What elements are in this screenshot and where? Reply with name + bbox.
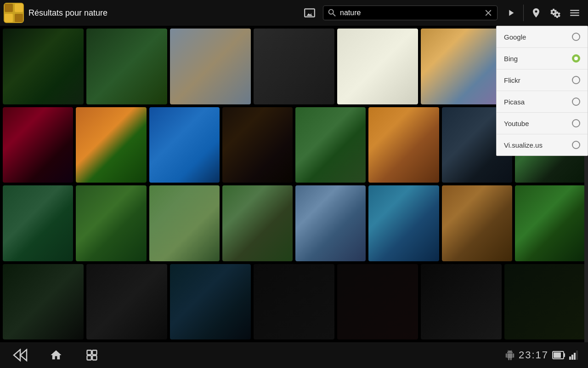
grid-row-3 bbox=[3, 264, 585, 340]
app-icon bbox=[4, 3, 24, 23]
dropdown-label-google: Google bbox=[504, 33, 526, 41]
dropdown-label-bing: Bing bbox=[504, 55, 518, 63]
grid-cell-r3c5[interactable] bbox=[295, 185, 366, 261]
grid-cell-r4c4[interactable] bbox=[254, 264, 334, 340]
grid-row-2 bbox=[3, 185, 585, 261]
svg-rect-1 bbox=[5, 4, 13, 12]
radio-bing[interactable] bbox=[572, 54, 580, 63]
radio-youtube[interactable] bbox=[572, 119, 580, 127]
dropdown-item-flickr[interactable]: Flickr bbox=[497, 69, 588, 91]
svg-marker-6 bbox=[20, 350, 27, 361]
grid-cell-r1c1[interactable] bbox=[3, 29, 84, 104]
source-dropdown: GoogleBingFlickrPicasaYoutubeVi.sualize.… bbox=[496, 26, 588, 156]
grid-cell-r4c2[interactable] bbox=[86, 264, 167, 340]
dropdown-label-flickr: Flickr bbox=[504, 76, 520, 84]
recent-nav-btn[interactable] bbox=[81, 346, 103, 364]
gps-icon-btn[interactable] bbox=[527, 4, 545, 22]
svg-rect-7 bbox=[87, 351, 91, 355]
svg-rect-3 bbox=[5, 14, 13, 22]
dropdown-item-picasa[interactable]: Picasa bbox=[497, 91, 588, 113]
search-input[interactable] bbox=[340, 9, 483, 17]
grid-cell-r1c5[interactable] bbox=[337, 29, 418, 104]
grid-cell-r1c2[interactable] bbox=[86, 29, 167, 104]
grid-cell-r2c4[interactable] bbox=[222, 107, 293, 183]
search-icon bbox=[327, 8, 337, 18]
grid-cell-r1c3[interactable] bbox=[170, 29, 251, 104]
image-icon-btn[interactable] bbox=[301, 4, 318, 22]
next-btn[interactable] bbox=[502, 4, 520, 22]
radio-picasa[interactable] bbox=[572, 98, 580, 106]
svg-rect-8 bbox=[92, 351, 96, 355]
android-icon bbox=[505, 350, 515, 360]
radio-google[interactable] bbox=[572, 33, 580, 41]
grid-cell-r3c2[interactable] bbox=[76, 185, 146, 261]
grid-cell-r2c6[interactable] bbox=[368, 107, 439, 183]
grid-cell-r3c8[interactable] bbox=[515, 185, 585, 261]
dropdown-item-visualize[interactable]: Vi.sualize.us bbox=[497, 134, 588, 155]
grid-cell-r4c5[interactable] bbox=[337, 264, 418, 340]
status-bar-right: 23:17 bbox=[505, 349, 579, 361]
battery-icon bbox=[552, 350, 565, 360]
grid-cell-r2c3[interactable] bbox=[149, 107, 220, 183]
svg-rect-2 bbox=[15, 4, 23, 12]
menu-icon-btn[interactable] bbox=[566, 4, 583, 22]
search-bar bbox=[323, 6, 498, 20]
grid-cell-r4c6[interactable] bbox=[421, 264, 502, 340]
grid-cell-r1c6[interactable] bbox=[421, 29, 502, 104]
dropdown-item-bing[interactable]: Bing bbox=[497, 48, 588, 69]
page-title: Résultats pour nature bbox=[28, 8, 297, 18]
grid-cell-r3c7[interactable] bbox=[442, 185, 512, 261]
signal-icon bbox=[569, 350, 579, 360]
svg-rect-9 bbox=[87, 356, 91, 360]
grid-cell-r2c2[interactable] bbox=[76, 107, 146, 183]
time-display: 23:17 bbox=[519, 349, 548, 361]
grid-cell-r3c4[interactable] bbox=[222, 185, 293, 261]
svg-rect-17 bbox=[576, 351, 578, 360]
svg-rect-15 bbox=[571, 355, 573, 360]
clear-icon[interactable] bbox=[483, 8, 493, 18]
svg-rect-10 bbox=[92, 356, 96, 360]
grid-cell-r2c5[interactable] bbox=[295, 107, 366, 183]
dropdown-label-youtube: Youtube bbox=[504, 120, 529, 127]
grid-cell-r3c6[interactable] bbox=[368, 185, 439, 261]
grid-cell-r4c1[interactable] bbox=[3, 264, 84, 340]
dropdown-item-google[interactable]: Google bbox=[497, 26, 588, 48]
dropdown-label-visualize: Vi.sualize.us bbox=[504, 141, 543, 149]
grid-cell-r4c7[interactable] bbox=[504, 264, 585, 340]
back-nav-btn[interactable] bbox=[9, 346, 31, 364]
svg-rect-4 bbox=[15, 14, 23, 22]
grid-cell-r2c1[interactable] bbox=[3, 107, 73, 183]
radio-flickr[interactable] bbox=[572, 76, 580, 84]
svg-rect-16 bbox=[574, 353, 576, 360]
dropdown-item-youtube[interactable]: Youtube bbox=[497, 113, 588, 134]
topbar: Résultats pour nature bbox=[0, 0, 588, 26]
grid-cell-r1c4[interactable] bbox=[254, 29, 334, 104]
dropdown-label-picasa: Picasa bbox=[504, 98, 525, 106]
svg-marker-5 bbox=[14, 350, 20, 361]
svg-rect-14 bbox=[569, 356, 571, 360]
settings-icon-btn[interactable] bbox=[547, 4, 564, 22]
svg-rect-13 bbox=[554, 352, 561, 358]
svg-rect-12 bbox=[564, 353, 565, 357]
grid-cell-r4c3[interactable] bbox=[170, 264, 251, 340]
home-nav-btn[interactable] bbox=[45, 346, 67, 364]
grid-cell-r3c1[interactable] bbox=[3, 185, 73, 261]
radio-visualize[interactable] bbox=[572, 141, 580, 149]
grid-cell-r3c3[interactable] bbox=[149, 185, 220, 261]
bottombar: 23:17 bbox=[0, 342, 588, 368]
